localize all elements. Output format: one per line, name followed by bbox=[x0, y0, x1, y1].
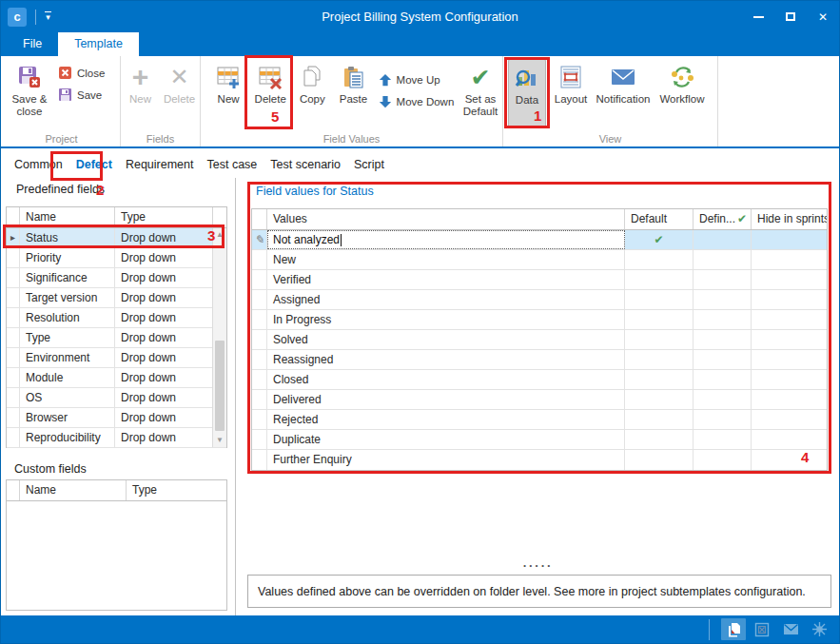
table-row[interactable]: Significance Drop down bbox=[7, 268, 226, 288]
table-row[interactable]: Further Enquiry bbox=[252, 450, 827, 470]
row-indicator-arrow: ▸ bbox=[7, 228, 20, 247]
vertical-scrollbar[interactable]: ▲ ▼ bbox=[212, 228, 226, 447]
table-row[interactable]: In Progress bbox=[252, 310, 827, 330]
statusbar-layout-view-icon[interactable] bbox=[750, 618, 774, 640]
table-row[interactable]: Rejected bbox=[252, 410, 827, 430]
table-row[interactable]: Assigned bbox=[252, 290, 827, 310]
template-tab-strip: Common Defect Requirement Test case Test… bbox=[1, 150, 839, 178]
layout-icon bbox=[558, 61, 583, 93]
scrollbar-thumb[interactable] bbox=[215, 341, 225, 431]
custom-fields-grid: Name Type bbox=[6, 479, 227, 611]
copy-button[interactable]: Copy bbox=[292, 59, 332, 106]
fields-new-button: + New bbox=[123, 59, 159, 106]
close-x-icon bbox=[58, 66, 72, 80]
column-header-defined[interactable]: Defin... ✔ bbox=[693, 209, 752, 229]
set-as-default-button[interactable]: ✔ Set as Default bbox=[459, 59, 502, 118]
table-row[interactable]: ✎ Not analyzed ✔ bbox=[252, 230, 827, 250]
ribbon-group-project: Save & close Close Save bbox=[3, 56, 121, 146]
table-row[interactable]: Module Drop down bbox=[7, 368, 226, 388]
window-title: Project Billing System Configuration bbox=[1, 10, 839, 24]
table-row[interactable]: Verified bbox=[252, 270, 827, 290]
arrow-up-icon bbox=[379, 73, 392, 87]
layout-view-button[interactable]: Layout bbox=[550, 59, 592, 106]
table-row[interactable]: Reassigned bbox=[252, 350, 827, 370]
right-panel: Field values for Status Values Default D… bbox=[237, 178, 839, 615]
scroll-up-icon[interactable]: ▲ bbox=[213, 228, 226, 242]
table-row[interactable]: Browser Drop down bbox=[7, 408, 226, 428]
close-button[interactable]: Close bbox=[58, 64, 105, 82]
statusbar-workflow-icon[interactable] bbox=[807, 618, 831, 640]
default-check-cell[interactable]: ✔ bbox=[625, 230, 693, 249]
text-caret bbox=[341, 234, 342, 246]
statusbar-notification-icon[interactable] bbox=[778, 618, 803, 640]
tab-template[interactable]: Template bbox=[58, 32, 139, 56]
group-label-view: View bbox=[503, 133, 717, 145]
field-values-delete-button[interactable]: Delete bbox=[248, 59, 292, 106]
tab-requirement[interactable]: Requirement bbox=[120, 153, 200, 176]
table-row[interactable]: Type Drop down bbox=[7, 328, 226, 348]
ribbon-tab-row: File Template bbox=[1, 32, 839, 56]
predefined-fields-label: Predefined fields bbox=[16, 183, 105, 196]
note-box: Values defined above can be overridden o… bbox=[247, 575, 831, 608]
save-button[interactable]: Save bbox=[58, 86, 105, 104]
check-icon: ✔ bbox=[471, 61, 491, 93]
move-down-button[interactable]: Move Down bbox=[379, 92, 459, 110]
splitter-handle[interactable]: ····· bbox=[237, 558, 839, 573]
field-values-new-button[interactable]: New bbox=[208, 59, 248, 106]
column-header-name[interactable]: Name bbox=[20, 480, 127, 500]
edit-pencil-icon: ✎ bbox=[252, 230, 267, 249]
statusbar-data-view-icon[interactable] bbox=[721, 618, 746, 640]
table-row[interactable]: Environment Drop down bbox=[7, 348, 226, 368]
tab-script[interactable]: Script bbox=[348, 153, 390, 176]
statusbar-separator bbox=[709, 619, 710, 640]
left-panel: Predefined fields Name Type ▸ Status Dro… bbox=[1, 178, 236, 615]
field-values-grid: Values Default Defin... ✔ Hide in sprint… bbox=[251, 208, 828, 471]
column-header-name[interactable]: Name bbox=[20, 207, 115, 227]
workflow-view-button[interactable]: Workflow bbox=[654, 59, 710, 106]
data-icon bbox=[515, 62, 539, 94]
fields-delete-button: ✕ Delete bbox=[161, 59, 199, 106]
column-header-values[interactable]: Values bbox=[267, 209, 625, 229]
tab-common[interactable]: Common bbox=[9, 153, 68, 176]
table-row[interactable]: Target version Drop down bbox=[7, 288, 226, 308]
table-row[interactable]: Delivered bbox=[252, 390, 827, 410]
table-row[interactable]: Duplicate bbox=[252, 430, 827, 450]
notification-view-button[interactable]: Notification bbox=[592, 59, 654, 106]
scroll-down-icon[interactable]: ▼ bbox=[213, 434, 226, 447]
close-window-button[interactable]: ✕ bbox=[807, 1, 839, 32]
table-row[interactable]: Resolution Drop down bbox=[7, 308, 226, 328]
table-add-icon bbox=[216, 61, 242, 93]
custom-grid-header: Name Type bbox=[7, 480, 226, 501]
move-up-button[interactable]: Move Up bbox=[379, 70, 459, 88]
table-row[interactable]: Solved bbox=[252, 330, 827, 350]
table-row[interactable]: OS Drop down bbox=[7, 388, 226, 408]
status-bar bbox=[1, 615, 839, 643]
value-edit-cell[interactable]: Not analyzed bbox=[267, 230, 625, 249]
column-header-type[interactable]: Type bbox=[127, 480, 226, 500]
ribbon-group-view: Data Layout bbox=[503, 56, 718, 146]
minimize-button[interactable] bbox=[742, 1, 774, 32]
maximize-button[interactable] bbox=[774, 1, 807, 32]
tab-file[interactable]: File bbox=[7, 32, 58, 56]
save-and-close-button[interactable]: Save & close bbox=[7, 59, 52, 118]
data-view-button[interactable]: Data bbox=[508, 59, 546, 128]
field-values-title: Field values for Status bbox=[256, 185, 374, 198]
defined-check-icon: ✔ bbox=[737, 209, 747, 229]
table-row[interactable]: Closed bbox=[252, 370, 827, 390]
app-window: c ▾ Project Billing System Configuration… bbox=[0, 0, 840, 644]
table-row[interactable]: Reproducibility Drop down bbox=[7, 428, 226, 448]
table-row[interactable]: New bbox=[252, 250, 827, 270]
ribbon-group-fields: + New ✕ Delete Fields bbox=[121, 56, 201, 146]
table-row[interactable]: ▸ Status Drop down bbox=[7, 228, 226, 248]
tab-defect[interactable]: Defect bbox=[70, 153, 118, 176]
paste-icon bbox=[342, 61, 366, 93]
paste-button[interactable]: Paste bbox=[332, 59, 374, 106]
column-header-hide-in-sprints[interactable]: Hide in sprints bbox=[752, 209, 827, 229]
predefined-grid-header: Name Type bbox=[7, 207, 226, 228]
table-row[interactable]: Priority Drop down bbox=[7, 248, 226, 268]
tab-test-scenario[interactable]: Test scenario bbox=[264, 153, 346, 176]
column-header-default[interactable]: Default bbox=[625, 209, 693, 229]
tab-test-case[interactable]: Test case bbox=[202, 153, 264, 176]
minimize-icon bbox=[753, 16, 764, 18]
column-header-type[interactable]: Type bbox=[115, 207, 213, 227]
